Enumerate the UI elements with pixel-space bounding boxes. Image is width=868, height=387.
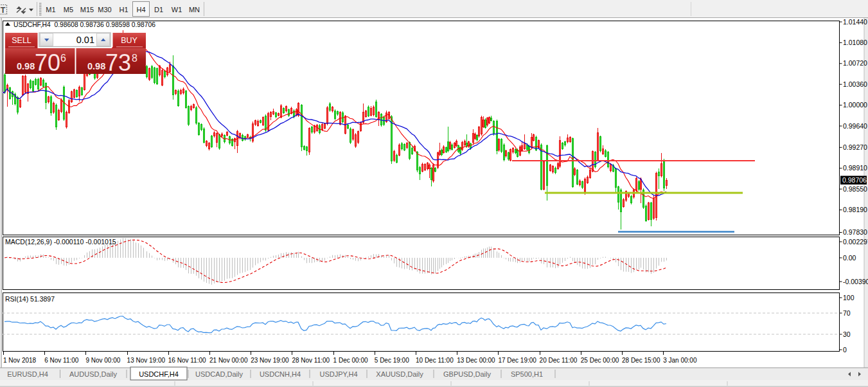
svg-text:10 Dec 11:00: 10 Dec 11:00: [416, 357, 454, 364]
svg-text:1.00360: 1.00360: [843, 80, 867, 88]
svg-text:M30: M30: [98, 6, 111, 14]
svg-text:M15: M15: [80, 6, 94, 14]
svg-text:D1: D1: [154, 6, 163, 14]
svg-text:0.01: 0.01: [76, 35, 94, 45]
svg-text:0.002297: 0.002297: [843, 238, 868, 246]
svg-text:M1: M1: [46, 6, 55, 14]
svg-text:W1: W1: [172, 6, 182, 14]
svg-text:RSI(14) 51.3897: RSI(14) 51.3897: [5, 295, 55, 303]
svg-text:USDJPY,H4: USDJPY,H4: [319, 370, 357, 378]
svg-text:5 Dec 19:00: 5 Dec 19:00: [375, 357, 409, 364]
svg-text:70: 70: [843, 309, 851, 317]
svg-text:16 Nov 11:00: 16 Nov 11:00: [168, 357, 206, 364]
svg-text:73: 73: [105, 50, 131, 76]
svg-text:T: T: [1, 6, 6, 15]
svg-text:28 Nov 11:00: 28 Nov 11:00: [292, 357, 330, 364]
svg-text:1.00000: 1.00000: [843, 101, 867, 109]
svg-text:13 Dec 00:00: 13 Dec 00:00: [457, 357, 495, 364]
svg-text:AUDUSD,Daily: AUDUSD,Daily: [69, 370, 117, 378]
svg-text:MACD(12,26,9) -0.000110 -0.001: MACD(12,26,9) -0.000110 -0.001015: [5, 238, 116, 246]
svg-text:0.98706: 0.98706: [842, 176, 867, 184]
svg-text:20 Dec 11:00: 20 Dec 11:00: [540, 357, 578, 364]
svg-text:8: 8: [132, 53, 137, 64]
svg-text:0.99270: 0.99270: [843, 143, 867, 151]
svg-text:0.98: 0.98: [87, 61, 105, 71]
svg-text:0.97830: 0.97830: [843, 228, 867, 236]
svg-text:1 Nov 2018: 1 Nov 2018: [3, 357, 37, 364]
svg-text:6: 6: [60, 53, 66, 64]
svg-text:28 Dec 15:00: 28 Dec 15:00: [622, 357, 660, 364]
svg-text:3 Jan 00:00: 3 Jan 00:00: [663, 357, 697, 364]
svg-text:XAUUSD,Daily: XAUUSD,Daily: [376, 370, 423, 378]
svg-text:GBPUSD,Daily: GBPUSD,Daily: [443, 370, 491, 378]
svg-text:H4: H4: [136, 6, 145, 14]
svg-text:30: 30: [843, 330, 851, 338]
svg-text:SELL: SELL: [12, 36, 31, 45]
svg-text:0.99640: 0.99640: [843, 122, 867, 130]
svg-text:1 Dec 00:00: 1 Dec 00:00: [333, 357, 368, 364]
svg-text:H1: H1: [119, 6, 128, 14]
svg-text:0.98550: 0.98550: [843, 185, 867, 193]
svg-text:BUY: BUY: [121, 36, 137, 45]
svg-text:SP500,H1: SP500,H1: [511, 370, 543, 378]
svg-text:13 Nov 19:00: 13 Nov 19:00: [127, 357, 166, 364]
svg-text:9 Nov 00:00: 9 Nov 00:00: [85, 357, 120, 364]
svg-text:17 Dec 19:00: 17 Dec 19:00: [498, 357, 536, 364]
svg-text:0.98: 0.98: [17, 61, 35, 71]
svg-text:M5: M5: [64, 6, 73, 14]
svg-text:0: 0: [843, 346, 847, 354]
svg-text:6 Nov 11:00: 6 Nov 11:00: [44, 357, 79, 364]
svg-text:-0.003904: -0.003904: [843, 278, 868, 285]
svg-text:USDCHF,H4: USDCHF,H4: [139, 370, 179, 378]
svg-text:EURUSD,H4: EURUSD,H4: [7, 370, 48, 378]
svg-text:0.98910: 0.98910: [843, 164, 867, 172]
svg-text:70: 70: [35, 50, 60, 76]
svg-text:21 Nov 00:00: 21 Nov 00:00: [209, 357, 248, 364]
svg-text:1.00720: 1.00720: [843, 59, 867, 67]
svg-text:0.98190: 0.98190: [843, 206, 867, 213]
svg-text:MN: MN: [189, 6, 200, 14]
svg-text:USDCHF,H4 0.98608 0.98736 0.9: USDCHF,H4 0.98608 0.98736 0.98598 0.9870…: [13, 21, 155, 28]
svg-text:0.00: 0.00: [843, 254, 856, 262]
svg-text:USDCAD,Daily: USDCAD,Daily: [195, 370, 243, 378]
svg-text:1.01440: 1.01440: [843, 18, 867, 26]
svg-text:23 Nov 19:00: 23 Nov 19:00: [251, 357, 289, 364]
svg-text:100: 100: [843, 294, 855, 302]
svg-text:1.01080: 1.01080: [843, 39, 867, 46]
svg-text:USDCNH,H4: USDCNH,H4: [260, 370, 301, 378]
svg-text:25 Dec 00:00: 25 Dec 00:00: [581, 357, 619, 364]
